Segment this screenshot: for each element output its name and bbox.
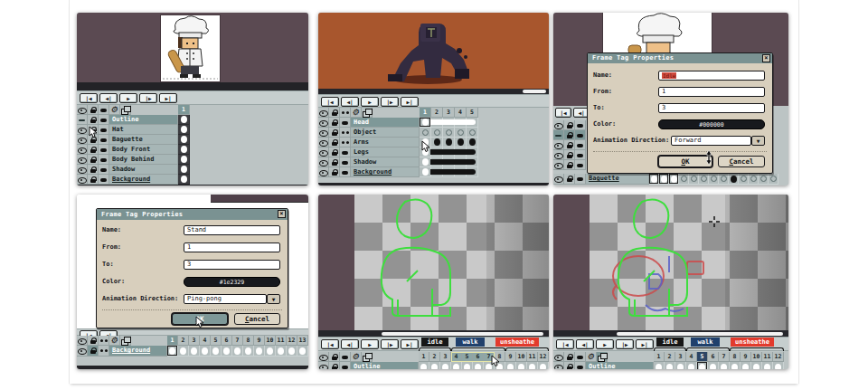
lock-icon[interactable] <box>88 145 99 155</box>
dialog-title[interactable]: Frame Tag Properties × <box>588 53 772 63</box>
lock-icon[interactable] <box>329 157 340 167</box>
last-frame-button[interactable]: ▶| <box>636 339 654 349</box>
eye-icon[interactable] <box>553 362 564 369</box>
frame-header[interactable]: 4 <box>455 108 467 118</box>
cel[interactable] <box>516 362 527 369</box>
dialog-title[interactable]: Frame Tag Properties × <box>97 209 288 220</box>
layer-row-partial[interactable] <box>553 150 586 160</box>
layer-name[interactable]: Object <box>351 128 420 138</box>
layers-icon[interactable] <box>362 108 373 118</box>
frame-header[interactable]: 11 <box>762 352 773 362</box>
cel-icon[interactable] <box>340 108 351 118</box>
frame-header[interactable]: 6 <box>473 352 484 362</box>
last-frame-button[interactable]: ▶| <box>401 339 419 349</box>
lock-icon[interactable] <box>564 150 575 160</box>
frame-header[interactable]: 11 <box>276 336 287 346</box>
frame-header[interactable]: 6 <box>708 352 719 362</box>
lock-icon[interactable] <box>88 175 99 185</box>
cel[interactable] <box>697 362 708 369</box>
frame-header[interactable]: 4 <box>686 352 697 362</box>
frame-header[interactable]: 12 <box>287 336 297 346</box>
frame-header[interactable]: 1 <box>419 352 429 362</box>
next-frame-button[interactable]: |▶ <box>381 339 399 349</box>
tag-idle[interactable]: idle <box>421 338 448 347</box>
cel[interactable] <box>669 174 679 185</box>
frame-header[interactable]: 5 <box>467 108 478 118</box>
cel-icon[interactable] <box>99 336 109 346</box>
eye-icon[interactable] <box>318 108 329 118</box>
cel[interactable] <box>649 174 659 185</box>
layer-name[interactable]: Background <box>109 175 178 185</box>
color-swatch-button[interactable]: #1e2329 <box>184 277 280 287</box>
frame-header-current[interactable]: 5 <box>697 352 708 362</box>
eye-icon[interactable] <box>318 128 329 138</box>
cel[interactable] <box>709 174 719 185</box>
first-frame-button[interactable]: |◀ <box>80 93 98 103</box>
close-icon[interactable]: × <box>278 210 286 218</box>
layer-row-arms[interactable]: Arms <box>318 138 478 147</box>
frame-header[interactable]: 4 <box>200 336 211 346</box>
layers-icon[interactable] <box>120 105 131 115</box>
layer-name[interactable]: Background <box>109 346 167 357</box>
layer-row-legs[interactable]: Legs <box>318 147 478 157</box>
frame-header[interactable]: 1 <box>654 352 665 362</box>
cel[interactable] <box>467 167 478 177</box>
cel[interactable] <box>455 138 467 147</box>
sprite-canvas[interactable] <box>77 13 308 83</box>
eye-icon[interactable] <box>318 362 329 369</box>
cel[interactable] <box>730 362 741 369</box>
layer-name[interactable]: Baguette <box>109 135 178 145</box>
cel[interactable] <box>431 128 443 138</box>
lock-icon[interactable] <box>88 165 99 175</box>
layer-row-shadow[interactable]: Shadow <box>318 157 478 167</box>
cel[interactable] <box>741 362 751 369</box>
cel[interactable] <box>419 362 429 369</box>
eye-icon[interactable] <box>318 147 329 157</box>
first-frame-button[interactable]: |◀ <box>556 339 574 349</box>
eye-icon[interactable] <box>553 140 564 150</box>
cel[interactable] <box>189 346 200 357</box>
cel[interactable] <box>654 362 665 369</box>
cel[interactable] <box>178 145 190 155</box>
lock-icon[interactable] <box>564 130 575 140</box>
eye-icon[interactable] <box>553 160 564 170</box>
chevron-down-icon[interactable]: ▼ <box>267 294 280 304</box>
layer-name[interactable]: Baguette <box>586 174 649 185</box>
layer-name[interactable]: Head <box>351 118 420 128</box>
cel[interactable] <box>505 362 516 369</box>
direction-select[interactable]: Ping-pong <box>184 294 267 304</box>
eye-icon[interactable] <box>77 165 88 175</box>
layer-row-outline[interactable]: Outline <box>553 362 784 369</box>
cel[interactable] <box>178 135 190 145</box>
frame-header[interactable]: 2 <box>178 336 189 346</box>
layer-name[interactable]: Hat <box>109 125 178 135</box>
cel[interactable] <box>243 346 254 357</box>
cel-icon[interactable] <box>340 352 351 362</box>
cel[interactable] <box>178 346 189 357</box>
cel-icon[interactable] <box>99 105 109 115</box>
layer-row-shadow[interactable]: Shadow <box>77 165 190 175</box>
layer-row-background[interactable]: Background <box>318 167 478 177</box>
cel[interactable] <box>211 346 222 357</box>
tag-walk[interactable]: walk <box>691 338 720 347</box>
frame-header[interactable]: 12 <box>773 352 784 362</box>
next-frame-button[interactable]: |▶ <box>381 97 399 107</box>
eye-icon[interactable] <box>318 157 329 167</box>
lock-icon[interactable] <box>329 352 340 362</box>
cel[interactable] <box>719 362 730 369</box>
frame-header[interactable]: 10 <box>751 352 762 362</box>
layer-row-body-behind[interactable]: Body Behind <box>77 155 190 165</box>
cel[interactable] <box>265 346 276 357</box>
lock-icon[interactable] <box>88 115 99 125</box>
cel[interactable] <box>254 346 265 357</box>
layers-icon[interactable] <box>120 336 131 346</box>
scrollbar-thumb[interactable] <box>617 332 783 336</box>
cel[interactable] <box>749 174 759 185</box>
frame-header[interactable]: 2 <box>431 108 443 118</box>
frame-header[interactable]: 9 <box>505 352 516 362</box>
lock-icon[interactable] <box>564 160 575 170</box>
first-frame-button[interactable]: |◀ <box>555 108 571 118</box>
gear-icon[interactable] <box>109 105 120 115</box>
cel[interactable] <box>679 174 689 185</box>
sprite-canvas[interactable] <box>318 13 549 89</box>
